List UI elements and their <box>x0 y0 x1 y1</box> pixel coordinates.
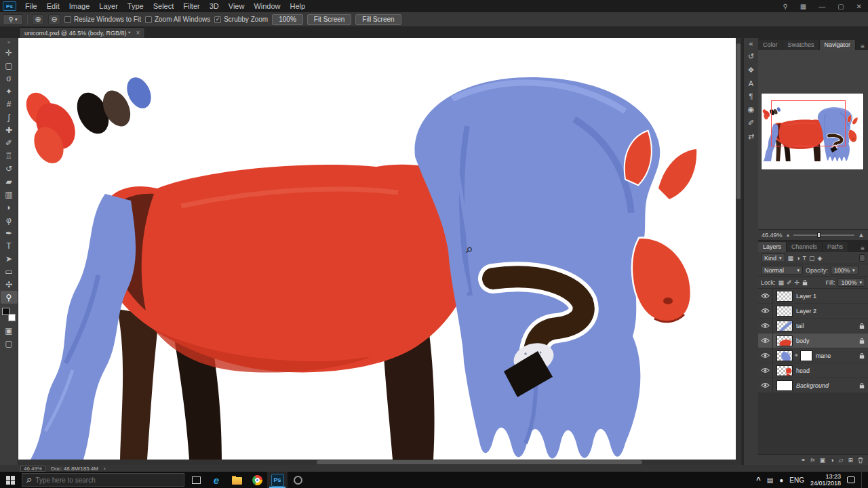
navigator-zoom-value[interactable]: 46.49% <box>762 232 783 239</box>
tray-status-icon[interactable]: ● <box>779 476 783 484</box>
lock-position-icon[interactable]: ✛ <box>795 279 800 286</box>
eyedropper-tool[interactable]: ʃ <box>1 110 18 123</box>
layer-thumbnail[interactable] <box>776 306 793 317</box>
tab-swatches[interactable]: Swatches <box>783 40 820 50</box>
tool-preset-picker[interactable]: ⚲ ▾ <box>3 14 23 25</box>
zoom-all-windows-checkbox[interactable] <box>145 16 152 23</box>
layer-thumbnail[interactable] <box>776 336 793 346</box>
maximize-button[interactable]: ▢ <box>831 3 850 10</box>
horizontal-scrollbar[interactable] <box>18 460 736 465</box>
layer-thumbnail[interactable] <box>776 291 793 302</box>
taskbar-clock[interactable]: 13:23 24/01/2018 <box>810 473 841 487</box>
app-taskbar-button[interactable] <box>288 472 308 488</box>
layer-row[interactable]: head <box>758 363 868 378</box>
menu-layer[interactable]: Layer <box>94 2 123 10</box>
close-button[interactable]: ✕ <box>850 3 868 10</box>
clone-stamp-tool[interactable]: ♖ <box>1 149 18 162</box>
tab-channels[interactable]: Channels <box>787 242 823 252</box>
lasso-tool[interactable]: σ <box>1 72 18 85</box>
visibility-toggle[interactable] <box>758 304 773 319</box>
start-button[interactable] <box>0 472 20 488</box>
hand-tool[interactable]: ✣ <box>1 278 18 291</box>
type-tool[interactable]: T <box>1 239 18 252</box>
foreground-background-colors[interactable] <box>2 308 16 321</box>
photoshop-taskbar-button[interactable]: Ps <box>267 472 288 488</box>
search-icon[interactable]: ⚲ <box>776 3 793 10</box>
fill-dropdown[interactable]: 100% ▾ <box>837 278 865 287</box>
layer-row[interactable]: Layer 1 <box>758 289 868 304</box>
brush-tool[interactable]: ✐ <box>1 136 18 149</box>
menu-select[interactable]: Select <box>149 2 179 10</box>
language-indicator[interactable]: ENG <box>789 476 804 484</box>
layer-thumbnail[interactable] <box>776 380 793 391</box>
tray-expand-icon[interactable]: ^ <box>756 476 760 484</box>
lock-paint-icon[interactable]: ✐ <box>787 279 792 286</box>
menu-window[interactable]: Window <box>249 2 285 10</box>
filter-adjustment-icon[interactable]: ◑ <box>796 255 800 262</box>
horizontal-scrollbar-thumb[interactable] <box>317 460 642 464</box>
healing-brush-tool[interactable]: ✚ <box>1 123 18 136</box>
history-panel-icon[interactable]: ↺ <box>745 52 758 61</box>
document-tab[interactable]: unicorn4.psd @ 46.5% (body, RGB/8) * × <box>19 27 145 38</box>
tool-presets-panel-icon[interactable]: ⇄ <box>745 132 758 141</box>
zoom-in-mode-button[interactable]: ⊕ <box>32 14 44 25</box>
menu-type[interactable]: Type <box>123 2 149 10</box>
screen-mode-button[interactable]: ▢ <box>1 337 18 350</box>
dodge-tool[interactable]: φ <box>1 214 18 226</box>
tray-icon[interactable]: ▤ <box>767 476 773 484</box>
vertical-scrollbar-thumb[interactable] <box>736 43 741 199</box>
menu-file[interactable]: File <box>20 2 42 10</box>
search-input[interactable] <box>35 476 180 484</box>
zoom-in-mountain-icon[interactable]: ▲ <box>858 231 865 239</box>
show-desktop-button[interactable] <box>861 472 864 488</box>
add-mask-icon[interactable]: ▣ <box>820 457 826 464</box>
clone-source-panel-icon[interactable]: ◉ <box>745 105 758 114</box>
tab-layers[interactable]: Layers <box>758 242 787 252</box>
zoom-tool[interactable]: ⚲ <box>1 291 18 304</box>
quick-selection-tool[interactable]: ✦ <box>1 85 18 98</box>
fit-screen-button[interactable]: Fit Screen <box>307 14 352 25</box>
task-view-button[interactable] <box>186 472 206 488</box>
status-arrow-icon[interactable]: › <box>104 466 106 472</box>
character-panel-icon[interactable]: A <box>745 79 758 87</box>
layer-thumbnail[interactable] <box>776 365 793 376</box>
tab-navigator[interactable]: Navigator <box>820 40 856 50</box>
paragraph-panel-icon[interactable]: ¶ <box>745 92 758 100</box>
blur-tool[interactable]: ◗ <box>1 201 18 214</box>
marquee-tool[interactable]: ▢ <box>1 59 18 72</box>
shape-tool[interactable]: ▭ <box>1 265 18 278</box>
layer-row[interactable]: Layer 2 <box>758 304 868 319</box>
link-layers-icon[interactable]: ⚭ <box>801 457 806 464</box>
lock-transparent-icon[interactable]: ▦ <box>778 279 785 286</box>
new-layer-icon[interactable]: ⊞ <box>848 457 853 464</box>
lock-all-icon[interactable] <box>802 279 808 286</box>
visibility-toggle[interactable] <box>758 378 773 393</box>
filter-kind-dropdown[interactable]: Kind ▾ <box>761 253 785 262</box>
menu-filter[interactable]: Filter <box>178 2 204 10</box>
menu-edit[interactable]: Edit <box>42 2 64 10</box>
scrubby-zoom-checkbox[interactable]: ✓ <box>214 16 221 23</box>
layer-row[interactable]: ⚭ mane <box>758 348 868 363</box>
new-group-icon[interactable]: ▱ <box>839 457 844 464</box>
visibility-toggle[interactable] <box>758 348 773 363</box>
file-explorer-button[interactable] <box>226 472 247 488</box>
resize-windows-checkbox[interactable] <box>64 16 71 23</box>
workspace-icon[interactable]: ▦ <box>794 3 812 10</box>
crop-tool[interactable]: # <box>1 98 18 110</box>
toolbar-collapse-icon[interactable]: » <box>7 39 10 46</box>
zoom-slider-knob[interactable] <box>817 232 821 238</box>
tab-color[interactable]: Color <box>758 40 783 50</box>
visibility-toggle[interactable] <box>758 289 773 304</box>
layer-thumbnail[interactable] <box>776 321 793 331</box>
menu-3d[interactable]: 3D <box>205 2 224 10</box>
move-tool[interactable]: ✛ <box>1 46 18 59</box>
document-canvas[interactable]: ⚲ <box>18 38 736 460</box>
layer-row[interactable]: tail <box>758 319 868 333</box>
filter-smart-object-icon[interactable]: ◈ <box>818 255 823 262</box>
filter-type-icon[interactable]: T <box>802 255 806 262</box>
adjustment-layer-icon[interactable]: ◑ <box>830 457 833 464</box>
foreground-color-swatch[interactable] <box>2 308 9 315</box>
collapse-panels-icon[interactable]: « <box>745 39 758 47</box>
visibility-toggle[interactable] <box>758 363 773 378</box>
taskbar-search[interactable]: ⚲ <box>22 473 184 487</box>
